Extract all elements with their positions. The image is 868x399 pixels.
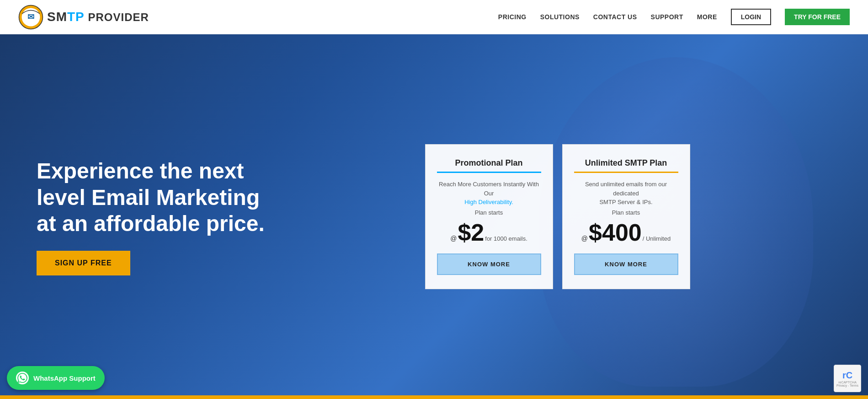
card1-desc: Reach More Customers Instantly With Our … bbox=[437, 180, 541, 207]
signup-button[interactable]: SIGN UP FREE bbox=[37, 251, 130, 275]
promotional-plan-card: Promotional Plan Reach More Customers In… bbox=[425, 144, 553, 289]
captcha-badge: rC reCAPTCHA Privacy - Terms bbox=[834, 365, 861, 392]
whatsapp-icon bbox=[16, 372, 29, 384]
card1-divider bbox=[437, 172, 541, 173]
bottom-bar bbox=[0, 395, 868, 399]
logo-text: SMTP PROVIDER bbox=[47, 10, 149, 24]
nav-solutions[interactable]: SOLUTIONS bbox=[540, 13, 580, 21]
nav-support[interactable]: SUPPORT bbox=[651, 13, 683, 21]
card2-price: @ $400 / Unlimited bbox=[581, 221, 671, 244]
nav-more[interactable]: MORE bbox=[697, 13, 717, 21]
card2-know-more-button[interactable]: KNOW MORE bbox=[574, 253, 678, 275]
captcha-logo: rC bbox=[842, 370, 852, 381]
nav-contact[interactable]: CONTACT US bbox=[593, 13, 637, 21]
login-button[interactable]: LOGIN bbox=[731, 9, 771, 25]
hero-left: Experience the next level Email Marketin… bbox=[37, 158, 265, 275]
card1-price: @ $2 for 1000 emails. bbox=[450, 221, 527, 244]
logo[interactable]: ✉ SMTP PROVIDER bbox=[18, 5, 149, 30]
card1-title: Promotional Plan bbox=[455, 158, 522, 168]
nav-pricing[interactable]: PRICING bbox=[498, 13, 527, 21]
card2-plan-starts: Plan starts bbox=[612, 209, 640, 216]
pricing-cards: Promotional Plan Reach More Customers In… bbox=[283, 144, 831, 289]
captcha-text: reCAPTCHA bbox=[838, 381, 857, 384]
card1-plan-starts: Plan starts bbox=[475, 209, 503, 216]
card2-title: Unlimited SMTP Plan bbox=[585, 158, 667, 168]
header: ✉ SMTP PROVIDER PRICING SOLUTIONS CONTAC… bbox=[0, 0, 868, 34]
whatsapp-support-button[interactable]: WhatsApp Support bbox=[7, 366, 105, 390]
hero-headline: Experience the next level Email Marketin… bbox=[37, 158, 265, 237]
logo-icon: ✉ bbox=[18, 5, 43, 30]
hero-section: Experience the next level Email Marketin… bbox=[0, 34, 868, 399]
card1-know-more-button[interactable]: KNOW MORE bbox=[437, 253, 541, 275]
hero-content: Experience the next level Email Marketin… bbox=[0, 144, 868, 289]
nav: PRICING SOLUTIONS CONTACT US SUPPORT MOR… bbox=[498, 9, 850, 25]
svg-text:✉: ✉ bbox=[27, 12, 34, 22]
captcha-privacy: Privacy - Terms bbox=[836, 384, 858, 387]
try-free-button[interactable]: TRY FOR FREE bbox=[785, 9, 850, 25]
card2-desc: Send unlimited emails from our dedicated… bbox=[574, 180, 678, 207]
unlimited-smtp-plan-card: Unlimited SMTP Plan Send unlimited email… bbox=[562, 144, 690, 289]
card2-divider bbox=[574, 172, 678, 173]
whatsapp-label: WhatsApp Support bbox=[33, 374, 96, 382]
